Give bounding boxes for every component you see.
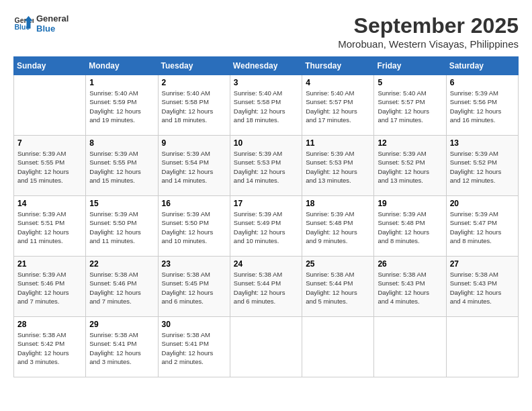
day-number: 12 — [378, 138, 442, 148]
day-info: Sunrise: 5:38 AM Sunset: 5:43 PM Dayligh… — [378, 270, 442, 306]
day-number: 18 — [306, 199, 370, 208]
day-number: 5 — [378, 78, 442, 87]
calendar-week-row: 7Sunrise: 5:39 AM Sunset: 5:55 PM Daylig… — [14, 136, 519, 196]
day-info: Sunrise: 5:38 AM Sunset: 5:42 PM Dayligh… — [17, 330, 82, 366]
calendar-cell: 26Sunrise: 5:38 AM Sunset: 5:43 PM Dayli… — [374, 257, 446, 317]
day-number: 19 — [378, 199, 442, 208]
day-info: Sunrise: 5:39 AM Sunset: 5:56 PM Dayligh… — [450, 89, 515, 124]
calendar-cell: 18Sunrise: 5:39 AM Sunset: 5:48 PM Dayli… — [302, 196, 374, 257]
day-number: 11 — [306, 138, 370, 148]
calendar-header-thursday: Thursday — [302, 57, 374, 75]
calendar-cell: 16Sunrise: 5:39 AM Sunset: 5:50 PM Dayli… — [158, 196, 230, 257]
day-info: Sunrise: 5:39 AM Sunset: 5:50 PM Dayligh… — [162, 210, 226, 245]
day-info: Sunrise: 5:40 AM Sunset: 5:57 PM Dayligh… — [378, 89, 442, 124]
calendar-cell — [302, 317, 374, 377]
day-info: Sunrise: 5:38 AM Sunset: 5:41 PM Dayligh… — [89, 330, 154, 366]
calendar-cell: 29Sunrise: 5:38 AM Sunset: 5:41 PM Dayli… — [86, 317, 158, 377]
day-info: Sunrise: 5:39 AM Sunset: 5:46 PM Dayligh… — [17, 270, 82, 306]
calendar-cell: 10Sunrise: 5:39 AM Sunset: 5:53 PM Dayli… — [230, 136, 302, 196]
logo: General Blue General Blue — [13, 13, 69, 34]
day-number: 27 — [450, 259, 515, 269]
day-number: 29 — [89, 320, 154, 329]
location-title: Morobuan, Western Visayas, Philippines — [338, 38, 519, 50]
page-header: General Blue General Blue September 2025… — [13, 13, 519, 50]
calendar-cell: 4Sunrise: 5:40 AM Sunset: 5:57 PM Daylig… — [302, 75, 374, 136]
day-info: Sunrise: 5:38 AM Sunset: 5:45 PM Dayligh… — [162, 270, 226, 306]
calendar-cell — [14, 75, 86, 136]
calendar-cell: 25Sunrise: 5:38 AM Sunset: 5:44 PM Dayli… — [302, 257, 374, 317]
calendar-cell — [374, 317, 446, 377]
day-info: Sunrise: 5:39 AM Sunset: 5:54 PM Dayligh… — [162, 149, 226, 185]
day-number: 4 — [306, 78, 370, 87]
day-info: Sunrise: 5:39 AM Sunset: 5:48 PM Dayligh… — [306, 210, 370, 245]
day-info: Sunrise: 5:39 AM Sunset: 5:52 PM Dayligh… — [378, 149, 442, 185]
calendar-cell: 2Sunrise: 5:40 AM Sunset: 5:58 PM Daylig… — [158, 75, 230, 136]
day-number: 8 — [89, 138, 154, 148]
day-info: Sunrise: 5:38 AM Sunset: 5:43 PM Dayligh… — [450, 270, 515, 306]
calendar-cell: 7Sunrise: 5:39 AM Sunset: 5:55 PM Daylig… — [14, 136, 86, 196]
day-number: 30 — [162, 320, 226, 329]
calendar-cell: 19Sunrise: 5:39 AM Sunset: 5:48 PM Dayli… — [374, 196, 446, 257]
day-number: 22 — [89, 259, 154, 269]
calendar-cell: 6Sunrise: 5:39 AM Sunset: 5:56 PM Daylig… — [446, 75, 518, 136]
day-number: 23 — [162, 259, 226, 269]
calendar-cell: 11Sunrise: 5:39 AM Sunset: 5:53 PM Dayli… — [302, 136, 374, 196]
day-number: 13 — [450, 138, 515, 148]
calendar-cell: 27Sunrise: 5:38 AM Sunset: 5:43 PM Dayli… — [446, 257, 518, 317]
calendar-cell: 5Sunrise: 5:40 AM Sunset: 5:57 PM Daylig… — [374, 75, 446, 136]
calendar-cell: 3Sunrise: 5:40 AM Sunset: 5:58 PM Daylig… — [230, 75, 302, 136]
day-info: Sunrise: 5:39 AM Sunset: 5:47 PM Dayligh… — [450, 210, 515, 245]
calendar-cell: 20Sunrise: 5:39 AM Sunset: 5:47 PM Dayli… — [446, 196, 518, 257]
day-info: Sunrise: 5:39 AM Sunset: 5:55 PM Dayligh… — [89, 149, 154, 185]
calendar-header-tuesday: Tuesday — [158, 57, 230, 75]
calendar-cell: 28Sunrise: 5:38 AM Sunset: 5:42 PM Dayli… — [14, 317, 86, 377]
day-number: 6 — [450, 78, 515, 87]
logo-text-line2: Blue — [36, 24, 69, 34]
day-info: Sunrise: 5:38 AM Sunset: 5:44 PM Dayligh… — [306, 270, 370, 306]
day-info: Sunrise: 5:39 AM Sunset: 5:55 PM Dayligh… — [17, 149, 82, 185]
day-number: 10 — [234, 138, 298, 148]
day-info: Sunrise: 5:40 AM Sunset: 5:58 PM Dayligh… — [162, 89, 226, 124]
day-number: 3 — [234, 78, 298, 87]
calendar-header-monday: Monday — [86, 57, 158, 75]
day-number: 25 — [306, 259, 370, 269]
calendar-cell: 12Sunrise: 5:39 AM Sunset: 5:52 PM Dayli… — [374, 136, 446, 196]
calendar-cell — [446, 317, 518, 377]
day-number: 1 — [89, 78, 154, 87]
day-number: 21 — [17, 259, 82, 269]
day-info: Sunrise: 5:38 AM Sunset: 5:46 PM Dayligh… — [89, 270, 154, 306]
day-number: 17 — [234, 199, 298, 208]
day-info: Sunrise: 5:38 AM Sunset: 5:41 PM Dayligh… — [162, 330, 226, 366]
calendar-cell: 17Sunrise: 5:39 AM Sunset: 5:49 PM Dayli… — [230, 196, 302, 257]
day-info: Sunrise: 5:39 AM Sunset: 5:49 PM Dayligh… — [234, 210, 298, 245]
month-title: September 2025 — [338, 13, 519, 38]
calendar-week-row: 21Sunrise: 5:39 AM Sunset: 5:46 PM Dayli… — [14, 257, 519, 317]
day-info: Sunrise: 5:40 AM Sunset: 5:59 PM Dayligh… — [89, 89, 154, 124]
day-info: Sunrise: 5:39 AM Sunset: 5:53 PM Dayligh… — [306, 149, 370, 185]
calendar-header-sunday: Sunday — [14, 57, 86, 75]
day-info: Sunrise: 5:40 AM Sunset: 5:57 PM Dayligh… — [306, 89, 370, 124]
day-info: Sunrise: 5:39 AM Sunset: 5:53 PM Dayligh… — [234, 149, 298, 185]
day-number: 2 — [162, 78, 226, 87]
day-number: 16 — [162, 199, 226, 208]
day-number: 26 — [378, 259, 442, 269]
day-info: Sunrise: 5:39 AM Sunset: 5:48 PM Dayligh… — [378, 210, 442, 245]
calendar-header-row: SundayMondayTuesdayWednesdayThursdayFrid… — [14, 57, 519, 75]
day-info: Sunrise: 5:39 AM Sunset: 5:52 PM Dayligh… — [450, 149, 515, 185]
calendar-header-wednesday: Wednesday — [230, 57, 302, 75]
day-number: 9 — [162, 138, 226, 148]
calendar-cell: 1Sunrise: 5:40 AM Sunset: 5:59 PM Daylig… — [86, 75, 158, 136]
calendar-header-friday: Friday — [374, 57, 446, 75]
day-number: 24 — [234, 259, 298, 269]
calendar-week-row: 1Sunrise: 5:40 AM Sunset: 5:59 PM Daylig… — [14, 75, 519, 136]
day-info: Sunrise: 5:38 AM Sunset: 5:44 PM Dayligh… — [234, 270, 298, 306]
calendar-week-row: 28Sunrise: 5:38 AM Sunset: 5:42 PM Dayli… — [14, 317, 519, 377]
day-info: Sunrise: 5:40 AM Sunset: 5:58 PM Dayligh… — [234, 89, 298, 124]
day-number: 28 — [17, 320, 82, 329]
logo-icon: General Blue — [13, 13, 34, 34]
calendar-cell: 22Sunrise: 5:38 AM Sunset: 5:46 PM Dayli… — [86, 257, 158, 317]
calendar-cell: 15Sunrise: 5:39 AM Sunset: 5:50 PM Dayli… — [86, 196, 158, 257]
calendar-cell: 24Sunrise: 5:38 AM Sunset: 5:44 PM Dayli… — [230, 257, 302, 317]
calendar-cell: 14Sunrise: 5:39 AM Sunset: 5:51 PM Dayli… — [14, 196, 86, 257]
calendar-header-saturday: Saturday — [446, 57, 518, 75]
